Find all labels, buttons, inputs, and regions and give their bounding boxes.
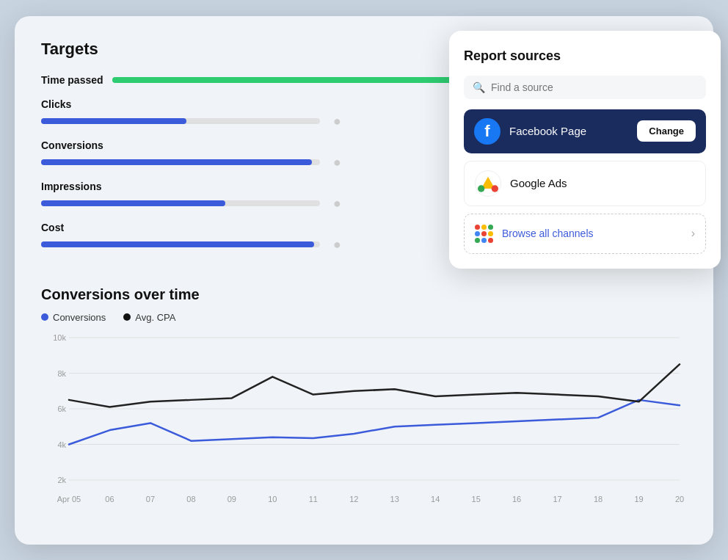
- cost-fill: [41, 241, 314, 247]
- chevron-right-icon: ›: [691, 227, 695, 240]
- change-source-button[interactable]: Change: [637, 120, 696, 142]
- dots-grid-icon: [475, 225, 493, 243]
- svg-text:06: 06: [105, 495, 114, 503]
- clicks-track: [41, 118, 320, 124]
- report-sources-panel: Report sources 🔍 f Facebook Page Change …: [449, 31, 721, 269]
- legend-cpa: Avg. CPA: [123, 312, 175, 323]
- svg-text:17: 17: [553, 495, 561, 503]
- svg-text:18: 18: [594, 495, 603, 503]
- chart-legend: Conversions Avg. CPA: [41, 312, 687, 323]
- svg-text:11: 11: [309, 495, 318, 503]
- svg-text:19: 19: [634, 495, 643, 503]
- svg-text:09: 09: [228, 495, 236, 503]
- facebook-name: Facebook Page: [509, 125, 628, 137]
- main-card: Targets Time passed ✔ Clicks 1.037 / 200…: [15, 16, 713, 545]
- search-icon: 🔍: [473, 81, 485, 93]
- browse-channels-label: Browse all channels: [502, 228, 682, 239]
- google-ads-icon: [475, 170, 501, 197]
- legend-conversions-label: Conversions: [53, 312, 106, 323]
- clicks-dot: ●: [333, 114, 341, 129]
- cost-track: [41, 241, 320, 247]
- svg-text:10k: 10k: [53, 333, 66, 342]
- chart-section: Conversions over time Conversions Avg. C…: [41, 286, 687, 506]
- svg-text:8k: 8k: [57, 368, 66, 377]
- svg-text:16: 16: [512, 495, 521, 503]
- rs-search-input[interactable]: [491, 81, 697, 93]
- impressions-fill: [41, 200, 225, 206]
- legend-cpa-label: Avg. CPA: [135, 312, 175, 323]
- svg-text:20: 20: [675, 495, 684, 503]
- svg-text:2k: 2k: [57, 476, 66, 484]
- svg-point-2: [492, 185, 498, 192]
- conversions-track: [41, 159, 320, 165]
- conversions-dot: ●: [333, 155, 341, 170]
- cpa-dot-legend: [123, 313, 131, 321]
- clicks-fill: [41, 118, 186, 124]
- browse-all-channels[interactable]: Browse all channels ›: [464, 214, 706, 254]
- rs-title: Report sources: [464, 48, 706, 64]
- conversions-fill: [41, 159, 312, 165]
- google-ads-name: Google Ads: [510, 177, 695, 189]
- svg-text:12: 12: [349, 495, 358, 503]
- time-passed-label: Time passed: [41, 74, 103, 86]
- svg-text:14: 14: [431, 495, 440, 503]
- svg-point-1: [478, 185, 484, 192]
- chart-title: Conversions over time: [41, 286, 687, 303]
- cost-dot: ●: [333, 237, 341, 252]
- line-chart: 10k8k6k4k2kApr 0506070809101112131415161…: [41, 330, 687, 506]
- svg-text:Apr 05: Apr 05: [57, 495, 81, 503]
- svg-text:6k: 6k: [57, 404, 66, 413]
- cost-label: Cost: [41, 222, 64, 233]
- conversions-dot-legend: [41, 313, 48, 321]
- facebook-source-item[interactable]: f Facebook Page Change: [464, 109, 706, 153]
- svg-text:10: 10: [268, 495, 277, 503]
- impressions-label: Impressions: [41, 181, 101, 192]
- google-ads-source-item[interactable]: Google Ads: [464, 161, 706, 206]
- impressions-track: [41, 200, 320, 206]
- impressions-dot: ●: [333, 196, 341, 211]
- chart-container: 10k8k6k4k2kApr 0506070809101112131415161…: [41, 330, 687, 506]
- legend-conversions: Conversions: [41, 312, 106, 323]
- svg-text:13: 13: [390, 495, 399, 503]
- clicks-label: Clicks: [41, 98, 71, 110]
- facebook-icon: f: [474, 118, 500, 145]
- conversions-label: Conversions: [41, 139, 103, 151]
- svg-text:07: 07: [146, 495, 155, 503]
- rs-search-box[interactable]: 🔍: [464, 76, 706, 99]
- svg-text:4k: 4k: [57, 440, 66, 448]
- svg-text:15: 15: [472, 495, 481, 503]
- svg-text:08: 08: [186, 495, 195, 503]
